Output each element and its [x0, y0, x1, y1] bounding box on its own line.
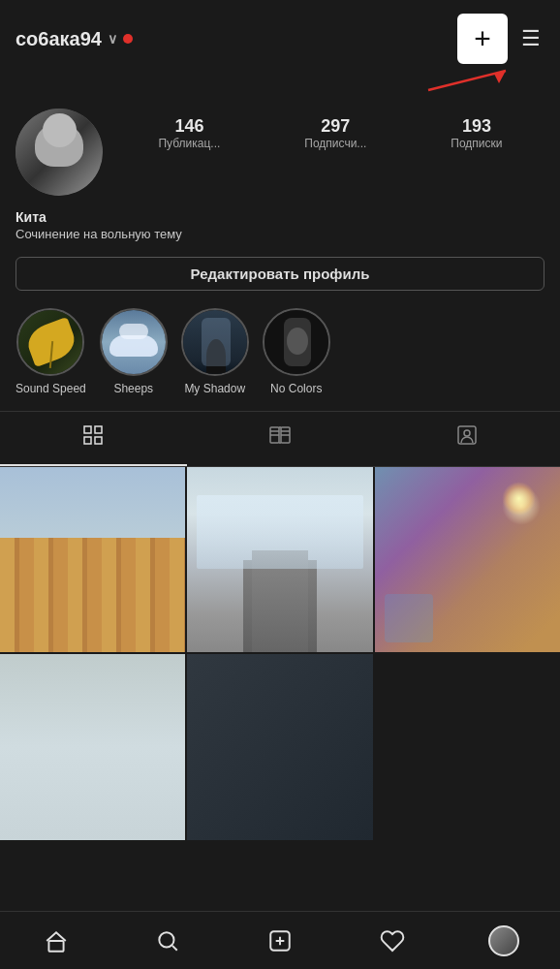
highlight-circle-sound-speed — [16, 308, 84, 376]
svg-point-17 — [160, 932, 174, 947]
profile-section: 146 Публикац... 297 Подписчи... 193 Подп… — [0, 101, 560, 205]
plus-icon: + — [474, 22, 491, 55]
svg-line-18 — [172, 945, 177, 950]
grid-item-4[interactable] — [0, 654, 185, 839]
highlight-item-sheeps[interactable]: Sheeps — [100, 308, 168, 395]
highlight-item-no-colors[interactable]: No Colors — [263, 308, 330, 395]
nav-search[interactable] — [143, 917, 192, 965]
arrow-annotation — [0, 74, 544, 101]
svg-rect-5 — [95, 437, 102, 444]
tab-reels[interactable] — [187, 412, 374, 466]
highlight-circle-sheeps — [100, 308, 168, 376]
header-right: + ☰ — [457, 14, 544, 64]
highlight-label-sound-speed: Sound Speed — [16, 382, 86, 395]
nav-avatar — [488, 925, 519, 956]
posts-count: 146 — [174, 116, 203, 137]
highlight-item-sound-speed[interactable]: Sound Speed — [16, 308, 86, 395]
profile-name: Кита — [16, 209, 544, 225]
highlight-label-my-shadow: My Shadow — [184, 382, 245, 395]
highlight-circle-no-colors — [263, 308, 330, 376]
username-area[interactable]: со6ака94 ∨ — [16, 28, 133, 50]
followers-label: Подписчи... — [304, 137, 366, 150]
photo-grid — [0, 467, 560, 840]
home-icon — [44, 928, 69, 953]
grid-icon — [81, 423, 105, 453]
highlight-thumb-no-colors — [264, 310, 328, 374]
highlight-label-no-colors: No Colors — [270, 382, 322, 395]
highlight-label-sheeps: Sheeps — [113, 382, 153, 395]
stats-section: 146 Публикац... 297 Подписчи... 193 Подп… — [116, 109, 544, 150]
grid-item-2[interactable] — [187, 467, 372, 652]
stat-following[interactable]: 193 Подписки — [451, 116, 502, 150]
profile-bio: Сочинение на вольную тему — [16, 227, 544, 241]
grid-item-3[interactable] — [375, 467, 560, 652]
svg-rect-4 — [84, 437, 91, 444]
header: со6ака94 ∨ + ☰ — [0, 0, 560, 74]
person-tag-icon — [455, 423, 479, 453]
tabs-section — [0, 411, 560, 467]
tab-grid[interactable] — [0, 412, 187, 466]
arrow-icon — [419, 66, 535, 100]
svg-point-15 — [464, 430, 470, 436]
following-label: Подписки — [451, 137, 502, 150]
menu-icon[interactable]: ☰ — [517, 22, 544, 55]
add-icon — [267, 928, 293, 953]
svg-rect-2 — [84, 426, 91, 433]
grid-item-5[interactable] — [187, 654, 372, 839]
following-count: 193 — [462, 116, 491, 137]
avatar — [16, 109, 103, 196]
svg-rect-3 — [95, 426, 102, 433]
stat-followers[interactable]: 297 Подписчи... — [304, 116, 366, 150]
add-post-button[interactable]: + — [457, 14, 508, 64]
highlight-circle-my-shadow — [181, 308, 249, 376]
grid-item-1[interactable] — [0, 467, 185, 652]
highlight-item-my-shadow[interactable]: My Shadow — [181, 308, 249, 395]
avatar-wrapper[interactable] — [16, 109, 103, 196]
highlights-section: Sound Speed Sheeps My Shadow No Colors — [0, 304, 560, 411]
bio-section: Кита Сочинение на вольную тему — [0, 205, 560, 251]
bottom-nav — [0, 911, 560, 969]
edit-profile-button[interactable]: Редактировать профиль — [16, 257, 544, 291]
highlight-thumb-my-shadow — [183, 310, 247, 374]
posts-label: Публикац... — [158, 137, 220, 150]
heart-icon — [380, 928, 405, 953]
live-dot — [123, 34, 133, 44]
highlight-thumb-sound-speed — [18, 310, 82, 374]
followers-count: 297 — [321, 116, 350, 137]
nav-activity[interactable] — [368, 917, 417, 965]
nav-home[interactable] — [32, 917, 80, 965]
tab-tagged[interactable] — [373, 412, 560, 466]
nav-profile[interactable] — [480, 917, 528, 965]
highlight-thumb-sheeps — [102, 310, 166, 374]
nav-add[interactable] — [256, 917, 304, 965]
hamburger-icon: ☰ — [521, 26, 541, 50]
chevron-down-icon: ∨ — [108, 31, 117, 47]
stat-posts[interactable]: 146 Публикац... — [158, 116, 220, 150]
avatar-image — [16, 109, 103, 196]
username-text: со6ака94 — [16, 28, 102, 50]
book-open-icon — [268, 423, 292, 453]
search-icon — [155, 928, 180, 953]
svg-rect-16 — [48, 941, 63, 952]
